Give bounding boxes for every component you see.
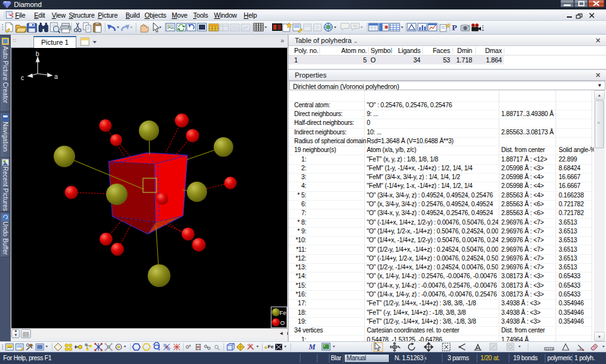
svg-text:P: P <box>452 23 457 32</box>
svg-text:M: M <box>308 343 316 351</box>
svg-text:b: b <box>36 50 40 57</box>
svg-text:c: c <box>21 74 24 81</box>
svg-text:O: O <box>280 320 285 326</box>
svg-text:a: a <box>54 73 58 80</box>
svg-text:Fe: Fe <box>268 344 274 349</box>
svg-text:Fe: Fe <box>280 310 287 316</box>
